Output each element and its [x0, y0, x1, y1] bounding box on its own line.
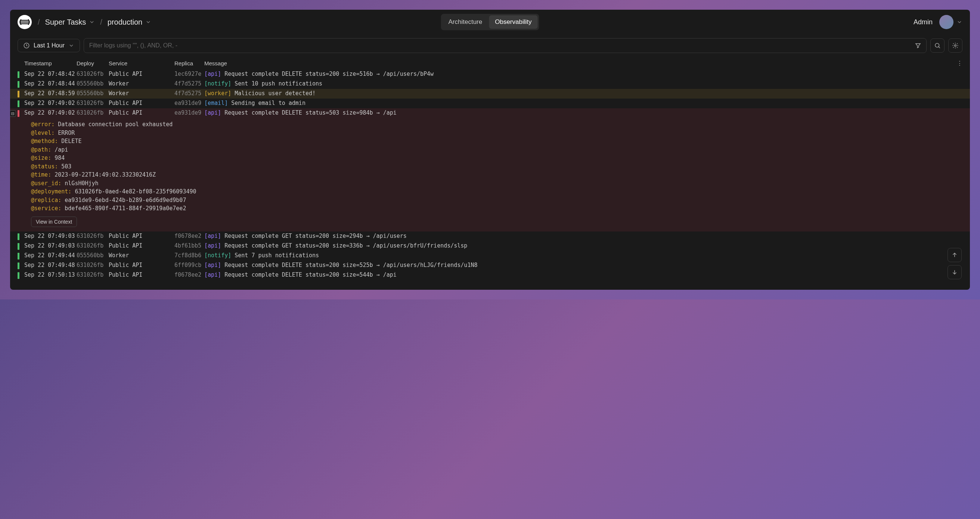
search-icon [934, 42, 941, 49]
view-context-button[interactable]: View in Context [31, 217, 77, 227]
log-tag: [api] [204, 242, 221, 249]
scroll-top-button[interactable] [948, 248, 962, 262]
filter-icon [915, 42, 921, 49]
search-button[interactable] [930, 38, 945, 52]
clock-icon [23, 42, 30, 49]
log-replica: 7cf8d8b6 [174, 252, 204, 259]
collapse-button[interactable]: ⊟ [10, 110, 16, 117]
log-deploy: 055560bb [76, 90, 109, 97]
log-message: [api] Request complete GET status=200 si… [204, 242, 963, 249]
log-detail-line: @level: ERROR [31, 129, 963, 137]
app-window: / Super Tasks / production Architecture … [10, 10, 970, 290]
more-columns-button[interactable]: ⋮ [951, 60, 963, 67]
search-input[interactable] [89, 38, 913, 52]
level-bar [18, 110, 19, 117]
log-row[interactable]: ⊟Sep 22 07:49:02631026fbPublic APIea931d… [10, 108, 970, 118]
tab-architecture[interactable]: Architecture [442, 15, 488, 29]
user-menu[interactable] [939, 15, 963, 29]
breadcrumb-project[interactable]: Super Tasks [45, 18, 95, 27]
log-message: [api] Request complete GET status=200 si… [204, 233, 963, 239]
level-bar [18, 81, 19, 88]
log-detail-key: @user_id: [31, 180, 61, 187]
log-row[interactable]: Sep 22 07:49:03631026fbPublic APIf0678ee… [10, 232, 970, 241]
log-detail: @error: Database connection pool exhaust… [10, 118, 970, 232]
log-deploy: 055560bb [76, 252, 109, 259]
arrow-down-icon [951, 269, 958, 276]
log-detail-line: @method: DELETE [31, 137, 963, 146]
breadcrumb: / Super Tasks / production [38, 18, 151, 27]
log-tag: [api] [204, 233, 221, 239]
log-detail-key: @level: [31, 130, 54, 136]
log-row[interactable]: Sep 22 07:49:48631026fbPublic API6ff099c… [10, 260, 970, 270]
header: / Super Tasks / production Architecture … [10, 10, 970, 34]
log-row[interactable]: Sep 22 07:49:03631026fbPublic API4bf61bb… [10, 241, 970, 251]
log-message: [api] Request complete DELETE status=200… [204, 71, 963, 77]
col-deploy: Deploy [76, 60, 109, 67]
log-tag: [email] [204, 100, 228, 106]
log-service: Public API [109, 242, 174, 249]
log-replica: ea931de9 [174, 100, 204, 106]
level-bar [18, 262, 19, 269]
log-deploy: 631026fb [76, 242, 109, 249]
log-detail-key: @path: [31, 146, 51, 153]
filter-button[interactable] [913, 38, 923, 52]
log-row[interactable]: Sep 22 07:49:44055560bbWorker7cf8d8b6[no… [10, 251, 970, 260]
settings-button[interactable] [948, 38, 963, 52]
log-row[interactable]: Sep 22 07:50:13631026fbPublic APIf0678ee… [10, 270, 970, 280]
log-deploy: 631026fb [76, 233, 109, 239]
log-deploy: 631026fb [76, 100, 109, 106]
logo[interactable] [18, 15, 32, 29]
log-detail-line: @time: 2023-09-22T14:49:02.332302416Z [31, 171, 963, 179]
log-message: [notify] Sent 7 push notifications [204, 252, 963, 259]
log-row[interactable]: Sep 22 07:49:02631026fbPublic APIea931de… [10, 98, 970, 108]
log-row[interactable]: Sep 22 07:48:59055560bbWorker4f7d5275[wo… [10, 89, 970, 98]
level-bar [18, 233, 19, 240]
table-header: Timestamp Deploy Service Replica Message… [10, 57, 970, 70]
scroll-buttons [948, 248, 962, 279]
log-replica: f0678ee2 [174, 271, 204, 278]
log-message: [api] Request complete DELETE status=200… [204, 262, 963, 268]
header-right: Admin [913, 15, 963, 29]
log-detail-line: @error: Database connection pool exhaust… [31, 120, 963, 129]
log-row[interactable]: Sep 22 07:48:42631026fbPublic API1ec6927… [10, 70, 970, 79]
svg-point-2 [955, 45, 956, 47]
svg-point-1 [935, 43, 939, 48]
log-detail-key: @error: [31, 121, 54, 128]
time-range-picker[interactable]: Last 1 Hour [18, 39, 80, 52]
log-detail-line: @size: 984 [31, 154, 963, 162]
log-detail-line: @service: bdefe465-890f-4711-884f-29919a… [31, 204, 963, 213]
log-ts: Sep 22 07:49:02 [24, 100, 76, 106]
log-deploy: 631026fb [76, 262, 109, 268]
tab-observability[interactable]: Observability [489, 15, 538, 29]
log-replica: 4f7d5275 [174, 90, 204, 97]
log-tag: [api] [204, 262, 221, 268]
log-rows: Sep 22 07:48:42631026fbPublic API1ec6927… [10, 70, 970, 290]
log-deploy: 631026fb [76, 271, 109, 278]
log-detail-key: @time: [31, 171, 51, 178]
log-service: Public API [109, 100, 174, 106]
log-message: [api] Request complete DELETE status=200… [204, 271, 963, 278]
search-wrap [84, 38, 927, 53]
log-ts: Sep 22 07:49:44 [24, 252, 76, 259]
log-replica: ea931de9 [174, 110, 204, 116]
breadcrumb-env[interactable]: production [108, 18, 151, 27]
chevron-down-icon [89, 19, 95, 25]
log-row[interactable]: Sep 22 07:48:44055560bbWorker4f7d5275[no… [10, 79, 970, 89]
log-replica: 1ec6927e [174, 71, 204, 77]
breadcrumb-env-label: production [108, 18, 142, 27]
chevron-down-icon [68, 43, 74, 49]
scroll-bottom-button[interactable] [948, 265, 962, 279]
chevron-down-icon [956, 19, 963, 25]
log-tag: [api] [204, 71, 221, 77]
log-detail-line: @user_id: nlGsH0Hjyh [31, 179, 963, 188]
log-tag: [api] [204, 110, 221, 116]
logo-icon [19, 17, 30, 27]
admin-link[interactable]: Admin [913, 18, 932, 26]
log-ts: Sep 22 07:49:03 [24, 242, 76, 249]
log-detail-key: @service: [31, 205, 61, 212]
breadcrumb-project-label: Super Tasks [45, 18, 86, 27]
log-service: Public API [109, 71, 174, 77]
level-bar [18, 253, 19, 259]
log-tag: [notify] [204, 80, 231, 87]
avatar [939, 15, 953, 29]
